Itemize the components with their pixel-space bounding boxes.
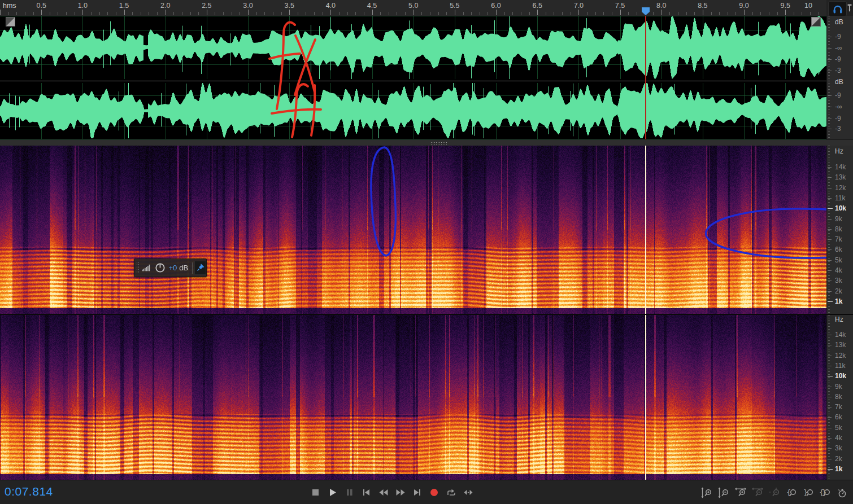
scale-tick-mark — [828, 438, 832, 439]
timeline-tick-label: 2.0 — [160, 2, 170, 10]
zoom-in-time-icon — [734, 487, 747, 498]
scale-tick-mark — [828, 469, 833, 470]
zoom-to-selection-button[interactable]: {} — [817, 485, 834, 500]
scale-label: 9k — [835, 215, 842, 223]
scale-tick-mark — [828, 198, 832, 199]
scale-label: 11k — [835, 362, 845, 370]
zoom-in-time-button[interactable] — [732, 485, 749, 500]
zoom-out-full-icon — [768, 487, 781, 498]
scale-tick-mark — [828, 459, 832, 459]
scale-label: 4k — [835, 434, 842, 442]
scale-label: 1k — [835, 297, 842, 305]
collapse-corner-left[interactable] — [6, 17, 15, 27]
db-scale-header: dB — [835, 18, 843, 26]
zoom-in-at-out-point-button[interactable]: } — [800, 485, 817, 500]
loop-playback-button[interactable] — [443, 485, 460, 500]
scale-tick-mark — [828, 291, 832, 292]
timeline-tick-label: 9.5 — [781, 2, 790, 10]
timeline-tick-label: 7.5 — [615, 2, 625, 10]
scale-label: 10k — [835, 372, 846, 380]
pause-button[interactable] — [341, 485, 358, 500]
playhead-marker[interactable] — [642, 7, 650, 15]
skip-to-end-icon — [411, 488, 424, 497]
skip-to-end-button[interactable] — [409, 485, 426, 500]
skip-to-start-icon — [360, 488, 373, 497]
db-scale-ruler[interactable]: dB-9-∞-9-3dB-9-∞-9-3 — [826, 16, 853, 139]
scale-tick-mark — [828, 281, 832, 281]
gain-value[interactable]: +0 — [168, 264, 177, 272]
divider-grip-icon[interactable] — [430, 142, 447, 144]
timeline-tick-label: 8.0 — [656, 2, 666, 10]
time-display[interactable]: 0:07.814 — [5, 485, 53, 498]
spectrogram-canvas-top[interactable] — [0, 146, 826, 314]
scale-label: 14k — [835, 163, 846, 171]
waveform-display[interactable] — [0, 16, 826, 139]
timeline-tick-label: 1.5 — [119, 2, 129, 10]
stop-button[interactable] — [307, 485, 324, 500]
timeline-unit-label: hms — [3, 2, 16, 10]
scale-label: -9 — [835, 33, 841, 41]
spectrogram-canvas-bottom[interactable] — [0, 315, 826, 480]
scale-tick-mark — [828, 387, 832, 387]
scale-label: 3k — [835, 277, 842, 284]
scale-label: -9 — [835, 55, 841, 63]
scale-label: 13k — [835, 173, 846, 181]
reset-zoom-button[interactable] — [834, 485, 851, 500]
timeline-tick-label: 4.0 — [326, 2, 336, 10]
scale-tick-mark — [828, 239, 832, 240]
pin-ruler-button[interactable] — [846, 3, 853, 14]
rewind-button[interactable] — [375, 485, 392, 500]
scale-label: 6k — [835, 413, 842, 421]
rewind-icon — [377, 488, 390, 497]
audio-editor-window: hms 0.51.01.52.02.53.03.54.04.55.05.56.0… — [0, 0, 853, 504]
zoom-in-at-in-point-button[interactable]: { — [783, 485, 800, 500]
skip-selection-button[interactable] — [460, 485, 477, 500]
timeline-tick-label: 5.5 — [450, 2, 459, 10]
timeline-tick-label: 6.5 — [533, 2, 542, 10]
hz-scale-ruler-bottom[interactable]: Hz14k13k12k11k10k9k8k7k6k5k4k3k2k1k — [826, 315, 853, 480]
zoom-out-amplitude-button[interactable] — [715, 485, 732, 500]
gain-hud[interactable]: +0 dB — [134, 258, 207, 277]
playhead-line-spectrogram-bottom[interactable] — [645, 315, 646, 480]
timeline-ruler[interactable]: hms 0.51.01.52.02.53.03.54.04.55.05.56.0… — [0, 0, 826, 16]
hud-separator — [192, 262, 193, 274]
timeline-tick-label: 4.5 — [367, 2, 377, 10]
zoom-in-amplitude-button[interactable] — [698, 485, 715, 500]
waveform-canvas[interactable] — [0, 16, 826, 139]
timeline-tick-label: 3.0 — [243, 2, 253, 10]
timeline-tick-label: 10 — [804, 2, 812, 10]
fast-forward-button[interactable] — [392, 485, 409, 500]
zoom-out-time-button[interactable] — [749, 485, 766, 500]
play-button[interactable] — [324, 485, 341, 500]
scale-label: 14k — [835, 331, 846, 339]
scale-tick-mark — [828, 229, 832, 230]
playhead-line-waveform[interactable] — [645, 16, 646, 139]
zoom-to-selection-icon: {} — [819, 487, 832, 498]
loop-playback-icon — [445, 488, 458, 497]
scale-tick-mark — [828, 167, 832, 168]
spectrogram-display-top[interactable] — [0, 146, 826, 314]
scale-tick-mark — [828, 95, 832, 96]
scale-tick-mark — [828, 107, 832, 107]
scale-tick-mark — [828, 219, 832, 220]
hud-pin-button[interactable] — [194, 261, 206, 275]
monitor-button[interactable] — [828, 1, 847, 16]
zoom-out-full-button[interactable] — [766, 485, 783, 500]
scale-tick-mark — [828, 397, 832, 397]
record-button[interactable] — [426, 485, 443, 500]
playhead-marker-cap — [642, 7, 650, 12]
hz-scale-ruler-top[interactable]: Hz14k13k12k11k10k9k8k7k6k5k4k3k2k1k — [826, 146, 853, 314]
spectrogram-display-bottom[interactable] — [0, 315, 826, 480]
scale-tick-mark — [828, 448, 832, 449]
hud-drag-handle[interactable] — [136, 262, 140, 274]
gain-knob-icon[interactable] — [155, 262, 166, 274]
scale-label: -∞ — [835, 44, 842, 52]
scale-label: 2k — [835, 287, 842, 295]
scale-label: 4k — [835, 266, 842, 274]
scale-tick-mark — [828, 37, 832, 37]
playhead-line-spectrogram-top[interactable] — [645, 146, 646, 314]
scale-label: 11k — [835, 194, 845, 202]
skip-to-start-button[interactable] — [358, 485, 375, 500]
collapse-corner-right[interactable] — [811, 17, 821, 27]
skip-selection-icon — [462, 488, 475, 497]
